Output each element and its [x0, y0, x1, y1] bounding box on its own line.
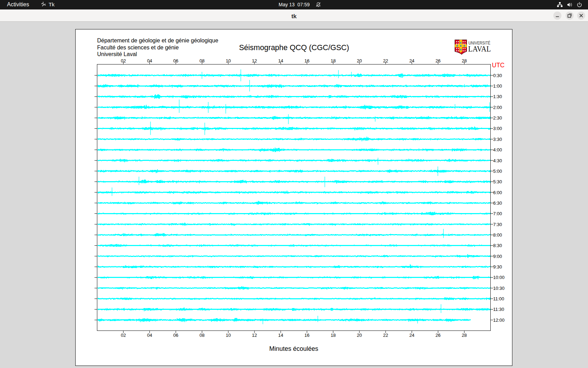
svg-text:22: 22 — [383, 58, 388, 63]
svg-text:6:30: 6:30 — [493, 200, 502, 206]
svg-text:2:30: 2:30 — [493, 115, 502, 121]
svg-text:LAVAL: LAVAL — [468, 45, 491, 53]
svg-text:1:00: 1:00 — [493, 83, 502, 89]
svg-text:18: 18 — [331, 333, 336, 338]
svg-text:04: 04 — [147, 333, 152, 338]
svg-text:Université Laval: Université Laval — [97, 51, 137, 57]
svg-text:4:00: 4:00 — [493, 147, 502, 152]
svg-text:Faculté des sciences et de gén: Faculté des sciences et de génie — [97, 45, 179, 50]
svg-text:20: 20 — [357, 58, 362, 63]
svg-text:3:00: 3:00 — [493, 126, 502, 131]
svg-text:5:30: 5:30 — [493, 179, 502, 184]
svg-text:8:00: 8:00 — [493, 232, 502, 238]
svg-text:8:30: 8:30 — [493, 243, 502, 248]
svg-text:04: 04 — [147, 58, 152, 63]
svg-text:3:30: 3:30 — [493, 137, 502, 142]
svg-text:28: 28 — [462, 333, 467, 338]
svg-text:10: 10 — [226, 333, 231, 338]
svg-text:02: 02 — [121, 58, 126, 63]
svg-text:08: 08 — [200, 58, 204, 63]
svg-text:9:30: 9:30 — [493, 264, 502, 270]
svg-text:06: 06 — [173, 58, 178, 63]
svg-text:11:00: 11:00 — [493, 296, 504, 301]
svg-text:14: 14 — [278, 333, 283, 338]
svg-text:7:30: 7:30 — [493, 222, 502, 227]
svg-text:24: 24 — [409, 333, 414, 338]
svg-text:26: 26 — [435, 333, 440, 338]
svg-text:Minutes écoulées: Minutes écoulées — [269, 345, 318, 352]
svg-text:26: 26 — [435, 58, 440, 63]
svg-text:12:00: 12:00 — [493, 318, 505, 323]
svg-text:2:00: 2:00 — [493, 105, 502, 110]
svg-text:14: 14 — [278, 58, 283, 63]
svg-text:0:30: 0:30 — [493, 73, 502, 78]
svg-text:22: 22 — [383, 333, 388, 338]
svg-text:4:30: 4:30 — [493, 158, 502, 163]
svg-text:02: 02 — [121, 333, 126, 338]
svg-text:10:00: 10:00 — [493, 275, 505, 280]
svg-text:11:30: 11:30 — [493, 307, 504, 312]
svg-text:6:00: 6:00 — [493, 190, 502, 195]
svg-text:24: 24 — [409, 58, 414, 63]
svg-text:16: 16 — [304, 333, 309, 338]
svg-text:08: 08 — [200, 333, 204, 338]
svg-text:9:00: 9:00 — [493, 254, 502, 259]
svg-text:12: 12 — [252, 58, 257, 63]
svg-text:12: 12 — [252, 333, 257, 338]
svg-text:10: 10 — [226, 58, 231, 63]
svg-text:7:00: 7:00 — [493, 211, 502, 216]
svg-text:10:30: 10:30 — [493, 286, 505, 291]
svg-text:Séismographe QCQ (CGC/GSC): Séismographe QCQ (CGC/GSC) — [239, 43, 349, 52]
svg-text:28: 28 — [462, 58, 467, 63]
svg-text:06: 06 — [173, 333, 178, 338]
svg-text:UTC: UTC — [492, 62, 505, 69]
svg-text:1:30: 1:30 — [493, 94, 502, 99]
svg-text:Département de géologie et de: Département de géologie et de génie géol… — [97, 38, 218, 43]
svg-text:16: 16 — [304, 58, 309, 63]
svg-text:18: 18 — [331, 58, 336, 63]
svg-text:5:00: 5:00 — [493, 169, 502, 174]
svg-text:20: 20 — [357, 333, 362, 338]
